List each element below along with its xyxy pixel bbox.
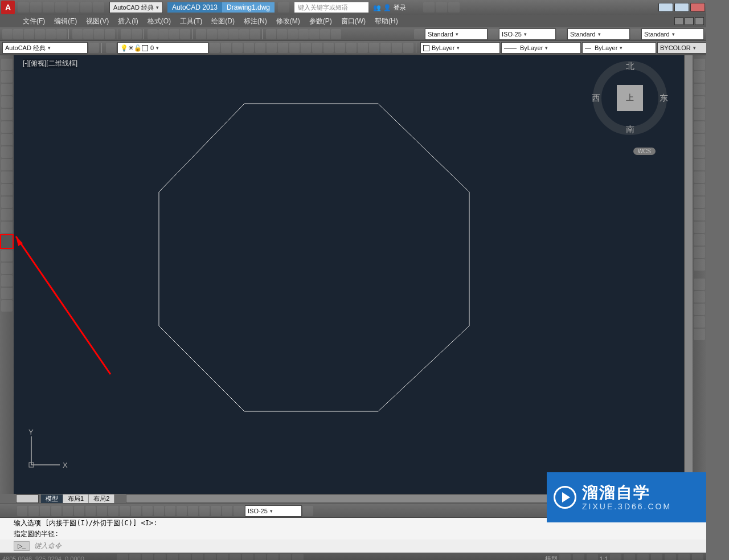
revcloud-icon[interactable] bbox=[1, 146, 13, 158]
centermark-icon[interactable] bbox=[177, 506, 187, 516]
layerdel-icon[interactable] bbox=[323, 43, 334, 53]
markup-icon[interactable] bbox=[239, 29, 249, 39]
lineweight-dropdown[interactable]: —ByLayer bbox=[582, 42, 656, 54]
qat-open-icon[interactable] bbox=[30, 2, 42, 13]
point-icon[interactable] bbox=[1, 222, 13, 233]
layeriso2-icon[interactable] bbox=[244, 43, 254, 53]
annovis-icon[interactable] bbox=[610, 554, 621, 560]
layerwalk-icon[interactable] bbox=[369, 43, 379, 53]
layout1-tab[interactable]: 布局1 bbox=[63, 494, 89, 503]
join-icon[interactable] bbox=[694, 209, 705, 220]
publish-icon[interactable] bbox=[56, 29, 67, 39]
draworder-below-icon[interactable] bbox=[694, 316, 705, 328]
textfront-icon[interactable] bbox=[694, 329, 705, 340]
blend-icon[interactable] bbox=[694, 247, 705, 258]
chamfer-icon[interactable] bbox=[694, 222, 705, 233]
dimedit-icon[interactable] bbox=[211, 506, 221, 516]
dimordinate-icon[interactable] bbox=[51, 506, 62, 516]
lwt-toggle[interactable] bbox=[230, 554, 241, 560]
tablestyle-dropdown[interactable]: Standard bbox=[567, 28, 630, 40]
save-icon[interactable] bbox=[24, 29, 34, 39]
maximize-button[interactable] bbox=[674, 3, 689, 12]
layeriso-icon[interactable] bbox=[288, 29, 298, 39]
coordinates-display[interactable]: 4805.0046, 925.0294, 0.0000 bbox=[2, 555, 116, 560]
undo-icon[interactable] bbox=[121, 29, 131, 39]
circle-icon[interactable] bbox=[1, 134, 13, 145]
menu-window[interactable]: 窗口(W) bbox=[337, 15, 370, 27]
connect-icon[interactable] bbox=[436, 2, 447, 13]
menu-format[interactable]: 格式(O) bbox=[143, 15, 175, 27]
menu-dimension[interactable]: 标注(N) bbox=[239, 15, 272, 27]
annotation-scale[interactable]: 1:1 bbox=[600, 555, 608, 560]
polygon-icon[interactable] bbox=[1, 96, 13, 108]
copy-icon[interactable] bbox=[83, 29, 93, 39]
dimstyle-dropdown[interactable]: ISO-25 bbox=[499, 28, 556, 40]
dimspace-icon[interactable] bbox=[142, 506, 153, 516]
dimangular-icon[interactable] bbox=[97, 506, 107, 516]
vpthaw-icon[interactable] bbox=[392, 43, 402, 53]
textstyle-dropdown[interactable]: Standard bbox=[425, 28, 488, 40]
annoauto-icon[interactable] bbox=[624, 554, 635, 560]
model-paper-toggle[interactable] bbox=[292, 554, 304, 560]
dimupdate-icon[interactable] bbox=[234, 506, 244, 516]
draworder-above-icon[interactable] bbox=[694, 304, 705, 315]
rectangle-icon[interactable] bbox=[1, 109, 13, 120]
dimarc-icon[interactable] bbox=[40, 506, 50, 516]
dimcontinue-icon[interactable] bbox=[131, 506, 141, 516]
toolpalette-icon[interactable] bbox=[218, 29, 228, 39]
block-icon[interactable] bbox=[1, 209, 13, 220]
dimstyle-combo[interactable]: ISO-25 bbox=[245, 505, 302, 517]
inspect-icon[interactable] bbox=[188, 506, 198, 516]
sheetset-icon[interactable] bbox=[228, 29, 239, 39]
menu-view[interactable]: 视图(V) bbox=[81, 15, 113, 27]
xline-icon[interactable] bbox=[1, 71, 13, 83]
move-icon[interactable] bbox=[694, 121, 705, 133]
redo-icon[interactable] bbox=[132, 29, 142, 39]
status-model[interactable]: 模型 bbox=[545, 555, 558, 561]
linetype-dropdown[interactable]: ——ByLayer bbox=[501, 42, 581, 54]
region-icon[interactable] bbox=[1, 263, 13, 274]
layerstate2-icon[interactable] bbox=[232, 43, 243, 53]
matchprop-icon[interactable] bbox=[105, 29, 115, 39]
mleaderstyle-dropdown[interactable]: Standard bbox=[641, 28, 704, 40]
layermatch-icon[interactable] bbox=[320, 29, 330, 39]
new-icon[interactable] bbox=[2, 29, 13, 39]
print-icon[interactable] bbox=[35, 29, 45, 39]
dimaligned-icon[interactable] bbox=[28, 506, 39, 516]
command-input[interactable]: 键入命令 bbox=[32, 541, 704, 551]
login-button[interactable]: 👥 👤 登录 bbox=[373, 3, 406, 12]
paste-icon[interactable] bbox=[94, 29, 104, 39]
color-dropdown[interactable]: ByLayer bbox=[420, 42, 500, 54]
zoom-icon[interactable] bbox=[158, 29, 169, 39]
layerunlock-icon[interactable] bbox=[301, 43, 311, 53]
mirror-icon[interactable] bbox=[694, 84, 705, 95]
layerlock-icon[interactable] bbox=[312, 43, 322, 53]
quickcalc-icon[interactable] bbox=[250, 29, 260, 39]
line-icon[interactable] bbox=[1, 59, 13, 70]
model-tab[interactable]: 模型 bbox=[41, 494, 63, 503]
annoscale-icon[interactable] bbox=[587, 554, 598, 560]
wcs-badge[interactable]: WCS bbox=[633, 148, 656, 155]
table-icon[interactable] bbox=[1, 275, 13, 287]
menu-help[interactable]: 帮助(H) bbox=[370, 15, 403, 27]
layerfreeze2-icon[interactable] bbox=[255, 43, 265, 53]
copytolayer-icon[interactable] bbox=[358, 43, 368, 53]
layermatch2-icon[interactable] bbox=[210, 43, 220, 53]
menu-parametric[interactable]: 参数(P) bbox=[305, 15, 337, 27]
layer-icon[interactable] bbox=[266, 29, 276, 39]
layeron-icon[interactable] bbox=[278, 43, 288, 53]
search-input[interactable]: 键入关键字或短语 bbox=[294, 2, 368, 13]
changetolayer-icon[interactable] bbox=[346, 43, 357, 53]
layeroff-icon[interactable] bbox=[309, 29, 320, 39]
sc-toggle[interactable] bbox=[267, 554, 279, 560]
break-icon[interactable] bbox=[694, 197, 705, 208]
qat-plot-icon[interactable] bbox=[68, 2, 79, 13]
arc-icon[interactable] bbox=[1, 121, 13, 133]
draworder-front-icon[interactable] bbox=[694, 279, 705, 290]
workspace-switch-icon[interactable] bbox=[637, 554, 649, 560]
toolbar-lock-icon[interactable] bbox=[651, 554, 662, 560]
qat-redo-icon[interactable] bbox=[93, 2, 104, 13]
extend-icon[interactable] bbox=[694, 184, 705, 195]
minimize-button[interactable] bbox=[658, 3, 673, 12]
isolate-objects-icon[interactable] bbox=[678, 554, 690, 560]
